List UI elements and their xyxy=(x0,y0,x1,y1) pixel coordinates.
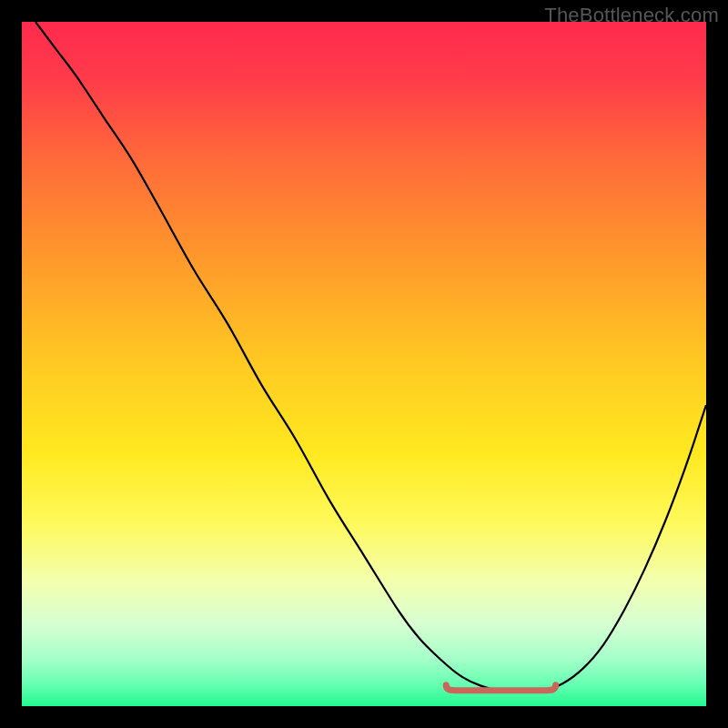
plot-area xyxy=(22,22,706,706)
chart-stage: TheBottleneck.com xyxy=(0,0,728,728)
plot-svg xyxy=(22,22,706,706)
gradient-background xyxy=(22,22,706,706)
watermark-text: TheBottleneck.com xyxy=(544,4,719,27)
